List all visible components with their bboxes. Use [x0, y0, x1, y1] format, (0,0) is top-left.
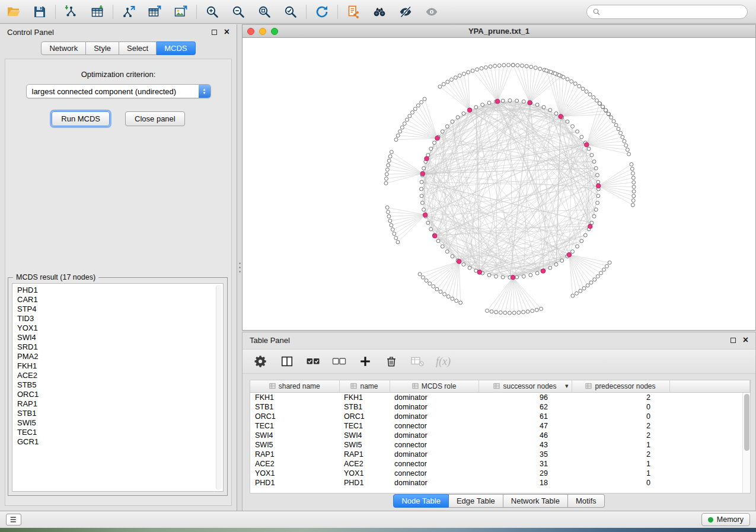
network-node[interactable] — [566, 78, 569, 81]
network-node[interactable] — [403, 122, 406, 126]
network-node[interactable] — [385, 168, 389, 171]
network-node[interactable] — [497, 64, 501, 68]
network-node[interactable] — [467, 70, 470, 74]
network-node[interactable] — [454, 76, 457, 79]
network-node[interactable] — [596, 201, 599, 204]
network-node[interactable] — [387, 214, 391, 218]
network-node[interactable] — [582, 287, 586, 290]
save-session-button[interactable] — [31, 3, 49, 21]
network-node[interactable] — [579, 289, 582, 293]
network-node[interactable] — [428, 282, 432, 286]
result-list-scrollbar[interactable] — [216, 285, 222, 490]
network-node[interactable] — [610, 116, 613, 119]
column-header-name[interactable]: name — [339, 380, 390, 392]
cell-name[interactable]: RAP1 — [339, 450, 390, 459]
cell-mcds-role[interactable]: connector — [390, 440, 479, 450]
network-node[interactable] — [554, 262, 558, 266]
mcds-hub-node[interactable] — [467, 108, 472, 113]
cell-name[interactable]: PHD1 — [339, 478, 390, 488]
cell-predecessor-nodes[interactable]: 2 — [572, 421, 669, 431]
network-node[interactable] — [590, 153, 594, 157]
network-node[interactable] — [581, 87, 585, 91]
cell-shared-name[interactable]: SWI4 — [250, 431, 339, 440]
cell-mcds-role[interactable]: dominator — [390, 478, 479, 488]
table-row[interactable]: SWI4SWI4dominator462 — [250, 431, 750, 440]
table-row[interactable]: SWI5SWI5connector431 — [250, 440, 750, 450]
network-node[interactable] — [481, 103, 484, 107]
network-node[interactable] — [548, 108, 552, 112]
cell-successor-nodes[interactable]: 46 — [479, 431, 572, 440]
column-header-shared-name[interactable]: shared name — [250, 380, 339, 392]
network-node[interactable] — [405, 118, 409, 121]
network-node[interactable] — [595, 99, 598, 102]
network-node[interactable] — [508, 311, 512, 315]
cell-successor-nodes[interactable]: 47 — [479, 421, 572, 431]
table-row[interactable]: TEC1TEC1connector472 — [250, 421, 750, 431]
cell-shared-name[interactable]: PHD1 — [250, 478, 339, 488]
network-node[interactable] — [570, 79, 573, 83]
cell-shared-name[interactable]: RAP1 — [250, 450, 339, 459]
network-canvas[interactable] — [243, 38, 755, 330]
network-node[interactable] — [596, 194, 600, 198]
network-node[interactable] — [604, 108, 607, 112]
network-node[interactable] — [529, 65, 533, 69]
network-node[interactable] — [441, 245, 444, 248]
network-node[interactable] — [571, 294, 575, 297]
cell-predecessor-nodes[interactable]: 0 — [572, 402, 669, 412]
network-node[interactable] — [592, 95, 595, 99]
clear-selection-button[interactable] — [331, 354, 347, 369]
network-node[interactable] — [462, 72, 465, 76]
network-node[interactable] — [598, 102, 601, 105]
cell-successor-nodes[interactable]: 18 — [479, 478, 572, 488]
cell-mcds-role[interactable]: dominator — [390, 402, 479, 412]
network-node[interactable] — [387, 159, 391, 162]
mcds-hub-node[interactable] — [511, 275, 515, 280]
zoom-fit-selected-button[interactable] — [282, 3, 299, 21]
network-node[interactable] — [474, 105, 478, 109]
table-row[interactable]: YOX1YOX1connector291 — [250, 469, 750, 478]
cell-predecessor-nodes[interactable]: 2 — [572, 450, 669, 459]
network-node[interactable] — [522, 310, 525, 314]
network-node[interactable] — [421, 275, 425, 279]
search-input[interactable] — [604, 8, 742, 17]
cell-name[interactable]: SWI4 — [339, 431, 390, 440]
network-node[interactable] — [627, 152, 631, 156]
network-node[interactable] — [571, 124, 575, 128]
network-node[interactable] — [578, 84, 581, 88]
cell-successor-nodes[interactable]: 43 — [479, 440, 572, 450]
mcds-result-item[interactable]: ACE2 — [15, 371, 214, 380]
show-annotations-button[interactable] — [423, 3, 441, 21]
cell-predecessor-nodes[interactable]: 1 — [572, 459, 669, 469]
cell-shared-name[interactable]: SWI5 — [250, 440, 339, 450]
network-node[interactable] — [495, 310, 498, 314]
network-node[interactable] — [459, 301, 462, 305]
network-node[interactable] — [521, 64, 524, 68]
mcds-result-item[interactable]: CAR1 — [15, 295, 214, 305]
sort-arrow-icon[interactable]: ▾ — [565, 382, 569, 390]
network-node[interactable] — [487, 101, 491, 105]
search-network-button[interactable] — [371, 3, 388, 21]
network-node[interactable] — [624, 144, 628, 148]
network-node[interactable] — [499, 311, 502, 315]
cell-shared-name[interactable]: TEC1 — [250, 421, 339, 431]
network-node[interactable] — [484, 66, 488, 69]
mcds-hub-node[interactable] — [435, 136, 440, 141]
cell-name[interactable]: STB1 — [339, 402, 390, 412]
network-node[interactable] — [631, 203, 634, 207]
mcds-result-item[interactable]: TID3 — [15, 314, 214, 323]
mcds-hub-node[interactable] — [596, 184, 601, 188]
network-node[interactable] — [429, 227, 433, 231]
table-row[interactable]: RAP1RAP1dominator352 — [250, 450, 750, 459]
zoom-actual-size-button[interactable] — [256, 3, 273, 21]
network-node[interactable] — [391, 227, 394, 231]
network-node[interactable] — [508, 99, 512, 102]
network-node[interactable] — [468, 266, 471, 270]
network-node[interactable] — [420, 180, 423, 184]
column-header-MCDS-role[interactable]: MCDS role — [390, 380, 479, 392]
mcds-result-item[interactable]: SRD1 — [15, 342, 214, 352]
network-node[interactable] — [480, 66, 483, 70]
network-node[interactable] — [451, 297, 454, 300]
network-node[interactable] — [516, 63, 519, 67]
network-node[interactable] — [526, 310, 529, 313]
network-node[interactable] — [632, 185, 636, 188]
